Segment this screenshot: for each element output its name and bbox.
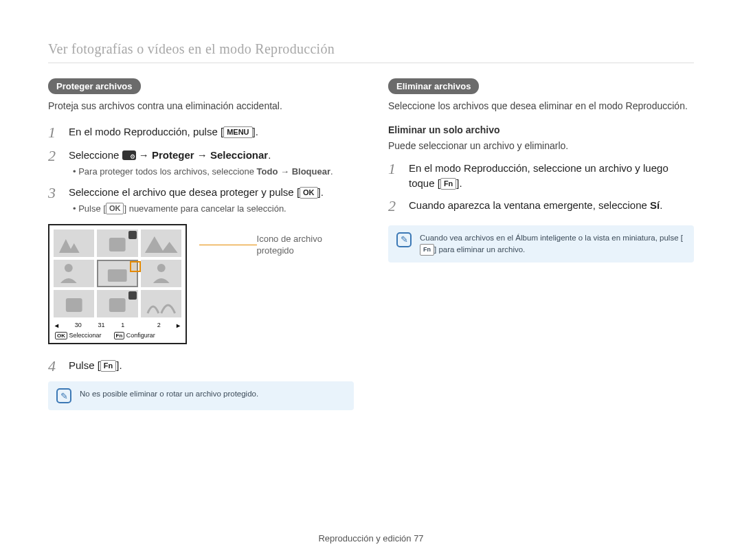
chevron-right-icon: ▸ [177, 322, 180, 329]
columns: Proteger archivos Proteja sus archivos c… [48, 78, 694, 410]
thumbnail [97, 229, 137, 257]
page-title: Ver fotografías o vídeos en el modo Repr… [48, 41, 694, 57]
step-number: 2 [388, 198, 401, 214]
info-icon: ✎ [56, 388, 71, 403]
thumbnail-selected [97, 260, 137, 287]
note-text: No es posible eliminar o rotar un archiv… [80, 388, 258, 403]
lcd-footer: OK Seleccionar Fn Configurar [54, 332, 181, 339]
left-column: Proteger archivos Proteja sus archivos c… [48, 78, 354, 410]
delete-intro: Seleccione los archivos que desea elimin… [388, 100, 694, 113]
step-number: 1 [48, 124, 60, 141]
callout-line [199, 245, 256, 245]
svg-rect-0 [109, 238, 126, 251]
page-footer: Reproducción y edición 77 [0, 533, 742, 544]
lcd-date-bar: ◂ 30 31 1 2 ▸ [54, 322, 181, 329]
settings-icon [122, 150, 136, 160]
step-text: En el modo Reproducción, pulse [MENU]. [69, 124, 258, 141]
section-label-protect: Proteger archivos [48, 78, 141, 94]
subsection-heading: Eliminar un solo archivo [388, 124, 694, 135]
callout-highlight [130, 261, 141, 272]
callout-label: Icono de archivo protegido [257, 234, 354, 257]
right-column: Eliminar archivos Seleccione los archivo… [388, 78, 694, 410]
thumbnail [54, 260, 94, 287]
info-icon: ✎ [396, 232, 412, 247]
step-text: Cuando aparezca la ventana emergente, se… [409, 198, 662, 214]
thumbnail [141, 260, 181, 287]
fn-button-icon: Fn [100, 360, 116, 372]
delete-steps: 1 En el modo Reproducción, seleccione un… [388, 161, 694, 214]
step-text: Seleccione → Proteger → Seleccionar. Par… [69, 148, 333, 179]
protect-steps: 1 En el modo Reproducción, pulse [MENU].… [48, 124, 354, 216]
lcd-illustration: ◂ 30 31 1 2 ▸ OK Seleccionar Fn Configur… [48, 224, 354, 344]
fn-button-icon: Fn [440, 178, 456, 190]
thumbnail [141, 229, 181, 257]
ok-button-icon: OK [55, 332, 67, 339]
lock-icon [128, 291, 137, 300]
delete-subintro: Puede seleccionar un archivo y eliminarl… [388, 139, 694, 153]
step-number: 2 [48, 148, 60, 179]
step-number: 4 [48, 358, 60, 374]
svg-rect-4 [66, 298, 82, 312]
thumbnail [97, 290, 137, 317]
thumbnail [54, 229, 94, 257]
step-text: En el modo Reproducción, seleccione un a… [409, 161, 694, 191]
lcd-screen: ◂ 30 31 1 2 ▸ OK Seleccionar Fn Configur… [48, 224, 187, 344]
svg-point-1 [65, 264, 73, 272]
step-text: Seleccione el archivo que desea proteger… [69, 185, 324, 216]
chevron-left-icon: ◂ [55, 322, 58, 329]
svg-rect-2 [108, 269, 127, 282]
section-label-delete: Eliminar archivos [388, 78, 479, 94]
step-number: 3 [48, 185, 60, 216]
divider [48, 63, 694, 63]
fn-button-icon: Fn [420, 244, 434, 256]
info-note: ✎ No es posible eliminar o rotar un arch… [48, 381, 354, 410]
svg-rect-5 [109, 298, 126, 312]
step-number: 1 [388, 161, 401, 191]
svg-point-3 [157, 264, 166, 272]
menu-button-icon: MENU [223, 126, 252, 138]
protect-steps-cont: 4 Pulse [Fn]. [48, 358, 354, 374]
step-text: Pulse [Fn]. [69, 358, 122, 374]
ok-button-icon: OK [300, 187, 318, 199]
ok-button-icon: OK [106, 203, 124, 214]
protect-intro: Proteja sus archivos contra una eliminac… [48, 100, 354, 113]
lock-icon [128, 231, 137, 239]
info-note: ✎ Cuando vea archivos en el Álbum inteli… [388, 225, 694, 262]
thumbnail [54, 290, 94, 317]
note-text: Cuando vea archivos en el Álbum intelige… [420, 232, 686, 256]
fn-button-icon: Fn [114, 332, 125, 339]
thumbnail [141, 290, 181, 317]
